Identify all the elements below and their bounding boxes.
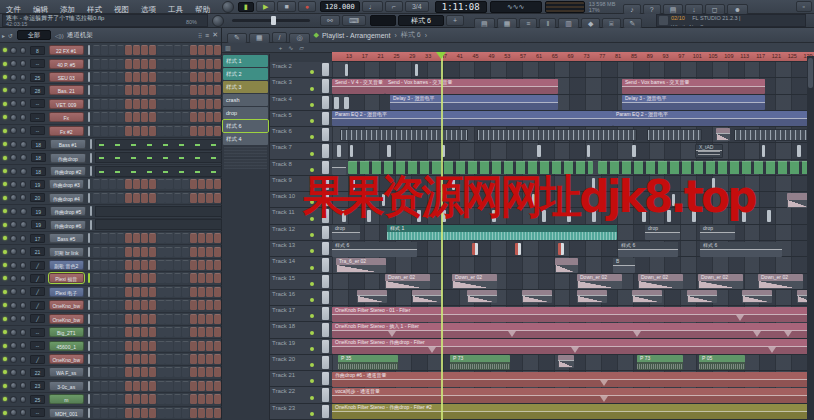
- step-cell[interactable]: [214, 327, 221, 337]
- step-cell[interactable]: [206, 99, 213, 109]
- step-cell[interactable]: [165, 193, 172, 203]
- step-cell[interactable]: [141, 59, 148, 69]
- step-cell[interactable]: [149, 394, 156, 404]
- channel-name-button[interactable]: Fx #2: [49, 126, 84, 136]
- playlist-clip[interactable]: [472, 243, 478, 255]
- step-cell[interactable]: [198, 59, 205, 69]
- step-cell[interactable]: [149, 273, 156, 283]
- channel-row[interactable]: 22WA F_ss: [0, 366, 222, 379]
- step-cell[interactable]: [206, 408, 213, 418]
- step-cell[interactable]: [190, 99, 197, 109]
- step-cell[interactable]: [109, 233, 116, 243]
- channel-volume-knob[interactable]: [20, 181, 27, 188]
- channel-select-handle[interactable]: [88, 126, 90, 136]
- step-cell[interactable]: [190, 45, 197, 55]
- playlist-clip[interactable]: [337, 145, 341, 157]
- step-cell[interactable]: [157, 260, 164, 270]
- step-cell[interactable]: [109, 72, 116, 82]
- step-cell[interactable]: [190, 247, 197, 257]
- step-cell[interactable]: [157, 247, 164, 257]
- step-cell[interactable]: [133, 45, 140, 55]
- channel-mute-led[interactable]: [3, 263, 7, 267]
- step-cell[interactable]: [149, 99, 156, 109]
- step-cell[interactable]: [214, 99, 221, 109]
- step-cell[interactable]: [117, 260, 124, 270]
- step-cell[interactable]: [174, 300, 181, 310]
- channel-mute-led[interactable]: [3, 370, 7, 374]
- step-cell[interactable]: [182, 85, 189, 95]
- step-cell[interactable]: [182, 260, 189, 270]
- step-cell[interactable]: [149, 314, 156, 324]
- channel-volume-knob[interactable]: [20, 342, 27, 349]
- step-cell[interactable]: [165, 233, 172, 243]
- step-cell[interactable]: [101, 367, 108, 377]
- channel-pan-knob[interactable]: [10, 248, 17, 255]
- channel-name-button[interactable]: Bass #1: [50, 139, 86, 149]
- track-mute-led[interactable]: [310, 396, 314, 400]
- step-cell[interactable]: [117, 381, 124, 391]
- channel-select-handle[interactable]: [88, 193, 90, 203]
- track-mute-led[interactable]: [310, 103, 314, 107]
- channel-target-display[interactable]: --: [30, 341, 44, 350]
- playlist-clip[interactable]: OneKnob Filter Stereo - 01 - Filter: [332, 307, 814, 322]
- playlist-clip[interactable]: Down_er 02: [452, 274, 497, 289]
- track-mute-led[interactable]: [310, 347, 314, 351]
- channel-row[interactable]: 18Bass #1: [0, 138, 222, 151]
- step-cell[interactable]: [165, 72, 172, 82]
- step-cell[interactable]: [93, 260, 100, 270]
- step-cell[interactable]: [165, 179, 172, 189]
- step-cell[interactable]: [198, 260, 205, 270]
- main-volume-knob[interactable]: [222, 1, 234, 13]
- step-cell[interactable]: [125, 260, 132, 270]
- pencil-tool-icon[interactable]: ✎: [227, 33, 247, 44]
- step-cell[interactable]: [125, 394, 132, 404]
- channel-volume-knob[interactable]: [20, 47, 27, 54]
- step-cell[interactable]: [165, 381, 172, 391]
- step-cell[interactable]: [182, 247, 189, 257]
- step-cell[interactable]: [182, 72, 189, 82]
- track-color-strip[interactable]: [322, 96, 329, 109]
- step-cell[interactable]: [149, 193, 156, 203]
- step-cell[interactable]: [109, 394, 116, 404]
- track-color-strip[interactable]: [322, 128, 329, 141]
- track-mute-led[interactable]: [310, 119, 314, 123]
- step-cell[interactable]: [109, 126, 116, 136]
- step-cell[interactable]: [109, 367, 116, 377]
- step-cell[interactable]: [141, 327, 148, 337]
- step-cell[interactable]: [93, 99, 100, 109]
- channel-target-display[interactable]: --: [30, 99, 44, 108]
- step-cell[interactable]: [133, 381, 140, 391]
- step-cell[interactable]: [182, 126, 189, 136]
- step-cell[interactable]: [190, 85, 197, 95]
- step-cell[interactable]: [149, 408, 156, 418]
- step-cell[interactable]: [141, 233, 148, 243]
- channel-mute-led[interactable]: [3, 223, 7, 227]
- step-cell[interactable]: [182, 341, 189, 351]
- step-cell[interactable]: [190, 300, 197, 310]
- track-group-icon[interactable]: ▱: [299, 44, 304, 51]
- channel-name-button[interactable]: m: [49, 394, 84, 404]
- channel-name-button[interactable]: Plexi 福音: [49, 273, 84, 283]
- step-cell[interactable]: [165, 300, 172, 310]
- step-cell[interactable]: [182, 394, 189, 404]
- step-cell[interactable]: [174, 179, 181, 189]
- step-cell[interactable]: [157, 45, 164, 55]
- step-cell[interactable]: [174, 247, 181, 257]
- step-cell[interactable]: [190, 179, 197, 189]
- step-cell[interactable]: [141, 273, 148, 283]
- menu-添加[interactable]: 添加: [54, 5, 81, 14]
- channel-target-display[interactable]: --: [30, 328, 44, 337]
- step-cell[interactable]: [125, 354, 132, 364]
- step-cell[interactable]: [125, 59, 132, 69]
- channel-row[interactable]: --Big_2T1: [0, 326, 222, 339]
- record-button[interactable]: ●: [298, 1, 316, 12]
- channel-volume-knob[interactable]: [20, 60, 27, 67]
- channel-pan-knob[interactable]: [10, 100, 17, 107]
- channel-pan-knob[interactable]: [10, 60, 17, 67]
- playlist-clip[interactable]: [647, 129, 702, 141]
- step-cell[interactable]: [190, 408, 197, 418]
- step-cell[interactable]: [109, 300, 116, 310]
- step-cell[interactable]: [206, 354, 213, 364]
- channel-name-button[interactable]: 作曲drop #2: [50, 166, 86, 176]
- step-cell[interactable]: [174, 327, 181, 337]
